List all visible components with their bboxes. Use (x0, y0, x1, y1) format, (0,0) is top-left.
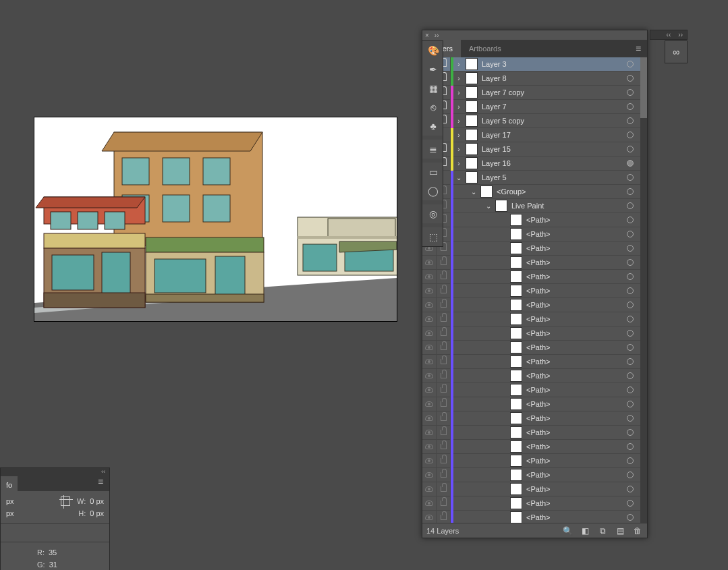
lock-toggle[interactable] (437, 355, 451, 369)
dock-icon[interactable]: ▭ (422, 163, 444, 181)
visibility-toggle[interactable] (422, 440, 437, 454)
target-indicator[interactable] (620, 245, 640, 252)
visibility-toggle[interactable] (422, 298, 437, 312)
info-flyout-menu[interactable]: ≡ (92, 476, 109, 491)
layer-thumbnail[interactable] (510, 384, 522, 396)
layer-thumbnail[interactable] (510, 285, 522, 297)
layer-thumbnail[interactable] (510, 228, 522, 240)
dock-icon[interactable]: 🎨 (422, 41, 444, 60)
disclosure-triangle[interactable] (498, 256, 509, 270)
target-indicator[interactable] (620, 316, 640, 322)
disclosure-triangle[interactable] (498, 426, 509, 440)
layer-thumbnail[interactable] (510, 327, 522, 339)
layer-name[interactable]: <Path> (524, 513, 620, 521)
disclosure-triangle[interactable]: › (453, 86, 464, 100)
info-tab[interactable]: fo (1, 476, 18, 494)
visibility-toggle[interactable] (422, 482, 437, 496)
visibility-toggle[interactable] (422, 511, 437, 523)
layer-thumbnail[interactable] (510, 412, 522, 424)
layer-thumbnail[interactable] (466, 143, 478, 155)
layer-thumbnail[interactable] (510, 440, 522, 453)
lock-toggle[interactable] (437, 482, 451, 496)
layer-row[interactable]: <Path> (422, 355, 640, 369)
disclosure-triangle[interactable] (498, 440, 509, 454)
dock-icon[interactable]: ⎋ (422, 98, 444, 117)
layer-row[interactable]: ›Layer 17 (422, 128, 640, 142)
target-indicator[interactable] (620, 457, 640, 464)
layer-row[interactable]: <Path> (422, 511, 640, 523)
target-indicator[interactable] (620, 287, 640, 294)
layer-name[interactable]: <Path> (524, 273, 620, 281)
layer-row[interactable]: <Path> (422, 256, 640, 270)
layer-row[interactable]: <Path> (422, 426, 640, 440)
layer-thumbnail[interactable] (510, 497, 522, 509)
visibility-toggle[interactable] (422, 341, 437, 355)
disclosure-triangle[interactable]: › (453, 100, 464, 114)
layer-thumbnail[interactable] (466, 129, 478, 141)
disclosure-triangle[interactable] (498, 227, 509, 241)
disclosure-triangle[interactable] (498, 355, 509, 369)
layer-name[interactable]: Layer 17 (479, 131, 620, 139)
layer-name[interactable]: Layer 15 (479, 145, 620, 153)
layer-name[interactable]: <Path> (524, 400, 620, 408)
layer-row[interactable]: ⌄<Group> (422, 185, 640, 199)
lock-toggle[interactable] (437, 468, 451, 482)
layer-name[interactable]: Layer 7 copy (479, 88, 620, 96)
lock-toggle[interactable] (437, 397, 451, 411)
layer-row[interactable]: ›Layer 15 (422, 142, 640, 156)
layer-thumbnail[interactable] (510, 299, 522, 311)
panel-titlebar[interactable]: × ›› (422, 30, 647, 40)
disclosure-triangle[interactable] (498, 312, 509, 326)
layer-thumbnail[interactable] (510, 341, 522, 353)
target-indicator[interactable] (620, 103, 640, 110)
visibility-toggle[interactable] (422, 383, 437, 397)
dock-icon[interactable]: ▦ (422, 79, 444, 98)
layer-name[interactable]: Layer 5 (479, 173, 620, 181)
disclosure-triangle[interactable] (498, 270, 509, 284)
layer-row[interactable]: ›Layer 7 copy (422, 86, 640, 100)
visibility-toggle[interactable] (422, 270, 437, 284)
layer-name[interactable]: <Path> (524, 315, 620, 323)
target-indicator[interactable] (620, 302, 640, 308)
lock-toggle[interactable] (437, 383, 451, 397)
visibility-toggle[interactable] (422, 326, 437, 341)
layer-name[interactable]: Layer 8 (479, 74, 620, 82)
scroll-thumb[interactable] (640, 57, 647, 118)
layer-name[interactable]: <Path> (524, 301, 620, 309)
visibility-toggle[interactable] (422, 397, 437, 411)
disclosure-triangle[interactable] (498, 496, 509, 511)
visibility-toggle[interactable] (422, 312, 437, 326)
new-layer-icon[interactable]: ▤ (615, 525, 625, 536)
layer-thumbnail[interactable] (510, 469, 522, 481)
layer-row[interactable]: <Path> (422, 397, 640, 411)
target-indicator[interactable] (620, 132, 640, 138)
layer-row[interactable]: ⌄Live Paint (422, 199, 640, 213)
layer-name[interactable]: <Path> (524, 457, 620, 465)
disclosure-triangle[interactable] (498, 369, 509, 383)
target-indicator[interactable] (620, 344, 640, 351)
target-indicator[interactable] (620, 486, 640, 492)
lock-toggle[interactable] (437, 426, 451, 440)
disclosure-triangle[interactable] (498, 411, 509, 426)
layer-thumbnail[interactable] (480, 186, 493, 198)
layers-scrollbar[interactable] (640, 57, 647, 523)
lock-toggle[interactable] (437, 411, 451, 426)
target-indicator[interactable] (620, 500, 640, 507)
artboards-tab[interactable]: Artboards (461, 40, 509, 57)
target-indicator[interactable] (620, 358, 640, 365)
lock-toggle[interactable] (437, 511, 451, 523)
layer-row[interactable]: ⌄Layer 5 (422, 171, 640, 185)
dock-icon[interactable]: ≣ (422, 140, 444, 159)
lock-toggle[interactable] (437, 326, 451, 341)
layer-thumbnail[interactable] (510, 355, 522, 368)
disclosure-triangle[interactable]: › (453, 72, 464, 86)
target-indicator[interactable] (620, 415, 640, 422)
layer-thumbnail[interactable] (510, 256, 522, 268)
layer-name[interactable]: <Path> (524, 244, 620, 252)
layer-name[interactable]: Layer 3 (479, 60, 620, 68)
layer-thumbnail[interactable] (510, 511, 522, 523)
lock-toggle[interactable] (437, 341, 451, 355)
disclosure-triangle[interactable]: ⌄ (483, 199, 494, 213)
layer-name[interactable]: <Path> (524, 230, 620, 238)
layer-row[interactable]: <Path> (422, 298, 640, 312)
